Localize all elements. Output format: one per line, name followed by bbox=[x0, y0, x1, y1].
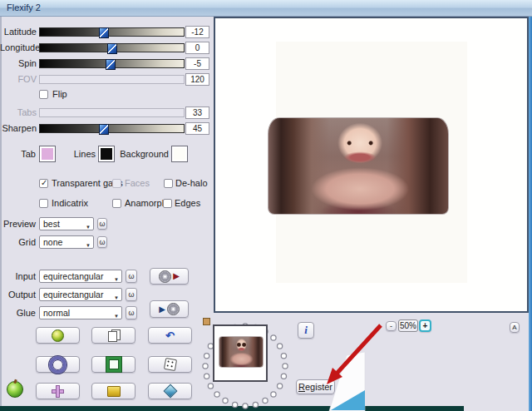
play-icon: ▶ bbox=[173, 272, 180, 280]
window-title: Flexify 2 bbox=[7, 2, 41, 12]
copy-pages-icon bbox=[108, 329, 120, 341]
title-bar[interactable]: Flexify 2 bbox=[0, 0, 532, 17]
glue-combo[interactable]: normal▼ bbox=[39, 306, 122, 319]
output-memory-button[interactable]: ω bbox=[126, 288, 137, 301]
swatch-handle[interactable] bbox=[203, 318, 210, 325]
spin-value[interactable]: -5 bbox=[185, 57, 209, 70]
grid-combo-value: none bbox=[43, 237, 62, 247]
background-color-swatch[interactable] bbox=[171, 146, 188, 162]
green-square-icon bbox=[106, 357, 121, 372]
lines-color-label: Lines bbox=[68, 149, 96, 159]
save-settings-run-button[interactable]: ▶ bbox=[150, 300, 189, 318]
ring-icon bbox=[49, 356, 66, 374]
disc-icon bbox=[167, 303, 180, 315]
longitude-value[interactable]: 0 bbox=[185, 42, 209, 54]
info-button[interactable]: i bbox=[298, 322, 314, 339]
longitude-slider[interactable] bbox=[39, 43, 185, 52]
glue-memory-button[interactable]: ω bbox=[126, 306, 137, 319]
grid-combo-label: Grid bbox=[0, 237, 36, 247]
anamorph-label: Anamorph bbox=[125, 198, 167, 208]
sphere-button[interactable] bbox=[36, 327, 80, 344]
faces-label: Faces bbox=[125, 178, 150, 188]
chevron-down-icon: ▼ bbox=[114, 310, 119, 319]
sharpen-value[interactable]: 45 bbox=[185, 122, 209, 135]
auto-zoom-button[interactable]: A bbox=[510, 322, 520, 333]
longitude-slider-thumb[interactable] bbox=[107, 43, 117, 54]
preview-memory-button[interactable]: ω bbox=[97, 218, 107, 230]
zoom-level: 50% bbox=[398, 319, 418, 332]
input-combo-label: Input bbox=[0, 271, 36, 281]
grid-memory-button[interactable]: ω bbox=[97, 236, 107, 248]
dice-icon bbox=[163, 358, 176, 371]
copy-button[interactable] bbox=[91, 327, 135, 344]
sphere-icon bbox=[52, 329, 64, 342]
spin-slider[interactable] bbox=[39, 59, 185, 68]
yellow-box-icon bbox=[107, 386, 121, 397]
latitude-label: Latitude bbox=[0, 27, 37, 37]
preview-combo-label: Preview bbox=[0, 219, 36, 229]
edges-checkbox[interactable] bbox=[163, 199, 172, 208]
input-combo[interactable]: equirectangular▼ bbox=[39, 270, 122, 283]
longitude-label: Longitude bbox=[0, 42, 37, 52]
output-combo-value: equirectangular bbox=[43, 290, 103, 300]
lines-color-swatch[interactable] bbox=[98, 146, 115, 162]
blue-cube-icon bbox=[163, 384, 177, 399]
anamorph-checkbox[interactable] bbox=[112, 199, 121, 208]
glue-combo-label: Glue bbox=[0, 308, 36, 318]
blue-cube-button[interactable] bbox=[148, 383, 192, 399]
input-memory-button[interactable]: ω bbox=[126, 270, 137, 283]
transparent-gaps-checkbox[interactable] bbox=[39, 179, 48, 188]
cube-net-button[interactable] bbox=[36, 383, 80, 399]
yellow-box-button[interactable] bbox=[91, 383, 135, 399]
tab-color-swatch[interactable] bbox=[39, 146, 56, 162]
window-edge-right bbox=[529, 17, 532, 411]
load-settings-run-button[interactable]: ▶ bbox=[150, 268, 189, 285]
faces-checkbox bbox=[112, 179, 121, 188]
output-combo[interactable]: equirectangular▼ bbox=[39, 288, 122, 301]
latitude-slider-thumb[interactable] bbox=[99, 27, 109, 38]
spin-label: Spin bbox=[0, 58, 37, 68]
flip-checkbox[interactable] bbox=[39, 90, 48, 99]
indicatrix-label: Indicatrix bbox=[52, 198, 88, 208]
tab-color-fill bbox=[42, 148, 53, 160]
flip-label: Flip bbox=[52, 89, 67, 99]
dehalo-label: De-halo bbox=[175, 178, 208, 188]
fov-value: 120 bbox=[185, 73, 209, 86]
background-color-fill bbox=[174, 148, 185, 160]
flexify-dialog: Flexify 2 Latitude -12 Longitude 0 Spin … bbox=[0, 0, 532, 411]
chevron-down-icon: ▼ bbox=[114, 292, 119, 301]
sharpen-label: Sharpen bbox=[0, 123, 37, 133]
tabs-label: Tabs bbox=[0, 107, 37, 117]
disc-icon bbox=[159, 270, 171, 283]
input-combo-value: equirectangular bbox=[43, 271, 103, 281]
edges-label: Edges bbox=[175, 198, 200, 208]
sharpen-slider-thumb[interactable] bbox=[99, 124, 109, 135]
chevron-down-icon: ▼ bbox=[86, 221, 91, 230]
chevron-down-icon: ▼ bbox=[86, 240, 91, 249]
tabs-slider bbox=[39, 108, 185, 117]
indicatrix-checkbox[interactable] bbox=[39, 199, 48, 208]
fov-label: FOV bbox=[0, 74, 37, 84]
zoom-in-button[interactable]: + bbox=[419, 319, 431, 332]
fov-slider bbox=[39, 75, 185, 84]
spin-slider-thumb[interactable] bbox=[106, 59, 116, 70]
undo-button[interactable]: ↶ bbox=[148, 327, 192, 344]
ring-button[interactable] bbox=[36, 356, 80, 373]
chevron-down-icon: ▼ bbox=[114, 274, 119, 283]
register-label-rest: egister bbox=[305, 382, 332, 392]
flaming-pear-logo-icon bbox=[7, 381, 23, 398]
play-icon: ▶ bbox=[159, 305, 165, 314]
latitude-value[interactable]: -12 bbox=[185, 26, 209, 38]
grid-combo[interactable]: none▼ bbox=[39, 235, 94, 249]
register-button[interactable]: Register bbox=[296, 379, 335, 394]
zoom-out-button[interactable]: - bbox=[386, 321, 397, 331]
warped-preview-image bbox=[268, 117, 449, 215]
register-label-initial: R bbox=[298, 382, 305, 392]
random-button[interactable] bbox=[148, 356, 192, 373]
latitude-slider[interactable] bbox=[39, 27, 185, 37]
preview-combo[interactable]: best▼ bbox=[39, 217, 94, 230]
dehalo-checkbox[interactable] bbox=[164, 179, 173, 188]
green-square-button[interactable] bbox=[91, 356, 135, 373]
background-color-label: Background bbox=[115, 149, 169, 159]
sharpen-slider[interactable] bbox=[39, 124, 185, 133]
